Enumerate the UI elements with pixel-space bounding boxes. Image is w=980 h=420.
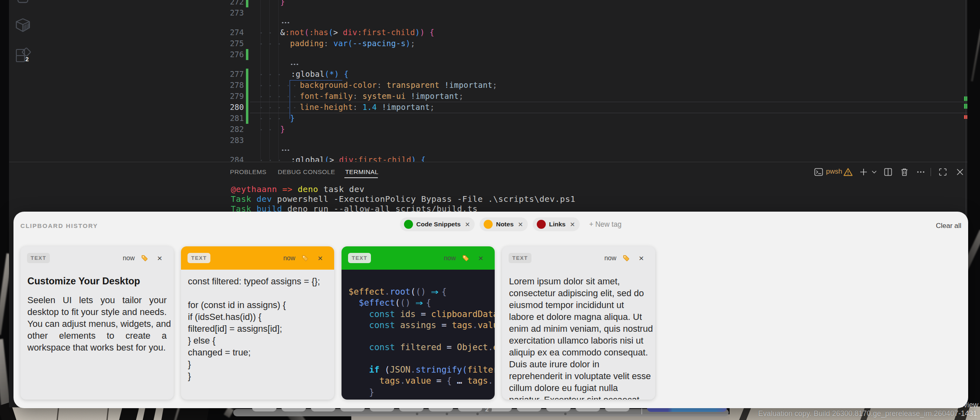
card-text-line: reprehenderit in voluptate velit esse	[509, 370, 648, 382]
tag-filter-chips: Code Snippets×Notes×Links×+ New tag	[400, 217, 621, 231]
tag-icon[interactable]	[623, 255, 630, 262]
card-text-line	[188, 287, 327, 299]
card-close-icon[interactable]: ×	[157, 254, 162, 262]
running-app-dot	[416, 413, 418, 415]
card-close-icon[interactable]: ×	[639, 254, 644, 262]
folded-region-marker[interactable]	[291, 60, 298, 69]
card-header: TEXTnow×	[342, 246, 495, 270]
card-close-icon[interactable]: ×	[318, 254, 323, 262]
card-text-line: Seelen UI lets you tailor your	[27, 294, 167, 306]
tag-chip-notes[interactable]: Notes×	[480, 217, 528, 231]
card-text-line: } else {	[188, 335, 327, 346]
code-line[interactable]: line-height: 1.4 !important;	[300, 102, 435, 113]
line-number: 280	[221, 102, 244, 113]
running-app-dot	[446, 413, 448, 415]
git-gutter-added	[246, 49, 248, 60]
tag-chip-label: Notes	[496, 221, 513, 228]
maximize-icon[interactable]	[938, 167, 948, 177]
card-content: const filtered: typeof assigns = {}; for…	[181, 270, 334, 382]
card-code-line: $effect.root(() ⇒ {	[348, 286, 495, 297]
trash-icon[interactable]	[900, 167, 909, 177]
card-text-line: desktop to fit your style and needs.	[27, 306, 167, 318]
whitespace-dot	[261, 160, 262, 161]
whitespace-dot	[279, 96, 280, 97]
clipboard-card[interactable]: TEXTnow×$effect.root(() ⇒ { $effect(() ⇒…	[342, 246, 495, 400]
tag-icon[interactable]	[462, 255, 469, 262]
card-text-line: eiusmod tempor incididunt ut	[509, 299, 648, 311]
whitespace-dot	[270, 43, 271, 45]
card-text-line: Lorem ipsum dolor sit amet,	[509, 275, 648, 287]
code-line[interactable]: font-family: system-ui !important;	[300, 91, 464, 102]
code-line[interactable]: }	[290, 113, 295, 124]
card-content: Customize Your DesktopSeelen UI lets you…	[20, 270, 174, 353]
remove-tag-icon[interactable]: ×	[517, 220, 523, 228]
code-line[interactable]: background-color: transparent !important…	[300, 80, 497, 91]
terminal-icon	[814, 167, 824, 177]
clipboard-card[interactable]: TEXTnow×Customize Your DesktopSeelen UI …	[20, 246, 174, 400]
code-line[interactable]: &:not(:has(> div:first-child)) {	[280, 27, 434, 38]
whitespace-dot	[270, 85, 271, 86]
panel-tab-problems[interactable]: PROBLEMS	[230, 167, 266, 177]
panel-title: CLIPBOARD HISTORY	[20, 222, 98, 229]
code-line[interactable]: :global(> div:first-child) {	[291, 154, 426, 162]
close-icon[interactable]	[955, 167, 965, 177]
split-icon[interactable]	[883, 167, 893, 177]
whitespace-dot	[294, 85, 295, 86]
card-text-line: exercitation ullamco laboris nisi ut	[509, 335, 648, 346]
taskbar-separator	[641, 409, 642, 414]
tag-icon[interactable]	[301, 255, 309, 262]
whitespace-dot	[270, 160, 271, 161]
card-code-line: const assings = tags.valu	[348, 320, 495, 331]
whitespace-dot	[279, 74, 280, 75]
remove-tag-icon[interactable]: ×	[569, 220, 575, 228]
card-header: TEXTnow×	[20, 246, 174, 270]
card-code-line: $effect(() ⇒ {	[348, 297, 495, 308]
code-line[interactable]: :global(*) {	[291, 69, 349, 80]
card-type-badge: TEXT	[509, 253, 531, 263]
new-tag-button[interactable]: + New tag	[589, 220, 621, 229]
wallpaper-streak	[971, 29, 980, 82]
code-line[interactable]: padding: var(--spacing-s);	[290, 38, 415, 49]
clipboard-card[interactable]: TEXTnow×const filtered: typeof assigns =…	[181, 246, 334, 400]
clear-all-button[interactable]: Clear all	[936, 222, 961, 230]
code-line[interactable]: }	[280, 0, 285, 7]
active-tab-underline	[344, 177, 378, 178]
tag-chip-code-snippets[interactable]: Code Snippets×	[400, 217, 475, 231]
card-type-badge: TEXT	[348, 253, 371, 263]
ellipsis-icon[interactable]	[916, 167, 926, 177]
line-number: 274	[221, 27, 244, 38]
terminal-line: @eythaann => deno task dev	[231, 184, 364, 194]
plus-icon[interactable]	[859, 167, 868, 177]
whitespace-dot	[261, 85, 262, 86]
tag-icon[interactable]	[141, 255, 148, 262]
card-content: $effect.root(() ⇒ { $effect(() ⇒ { const…	[342, 270, 495, 400]
tag-chip-label: Links	[549, 221, 565, 228]
card-close-icon[interactable]: ×	[478, 254, 483, 262]
panel-tab-terminal[interactable]: TERMINAL	[345, 167, 379, 177]
card-header: TEXTnow×	[502, 246, 655, 270]
panel-tab-debug-console[interactable]: DEBUG CONSOLE	[278, 167, 335, 177]
card-timestamp: now	[604, 255, 616, 262]
card-code-line: tags.value = { … tags.	[348, 375, 495, 386]
indent-guide	[269, 0, 270, 159]
card-text-line: consectetur adipiscing elit, sed do	[509, 287, 648, 299]
folded-region-marker[interactable]	[282, 18, 289, 27]
card-text-line: const filtered: typeof assigns = {};	[188, 275, 327, 287]
terminal-title[interactable]: pwsh	[826, 168, 842, 176]
whitespace-dot	[288, 107, 289, 108]
code-line[interactable]: }	[280, 124, 285, 135]
whitespace-dot	[270, 129, 271, 130]
chevron-down-icon[interactable]	[870, 167, 878, 177]
folded-region-marker[interactable]	[282, 146, 289, 154]
tag-chip-links[interactable]: Links×	[533, 217, 580, 231]
code-editor[interactable]: 272}273274&:not(:has(> div:first-child))…	[9, 0, 967, 162]
whitespace-dot	[261, 118, 262, 119]
tag-color-dot	[404, 220, 413, 229]
card-timestamp: now	[123, 255, 134, 262]
card-text-line: cillum dolore eu fugiat nulla	[509, 382, 648, 394]
line-number: 273	[221, 7, 244, 18]
clipboard-history-panel: CLIPBOARD HISTORY Code Snippets×Notes×Li…	[13, 212, 968, 408]
clipboard-card[interactable]: TEXTnow×Lorem ipsum dolor sit amet,conse…	[502, 246, 655, 400]
card-text-line: }	[188, 370, 327, 382]
remove-tag-icon[interactable]: ×	[464, 220, 470, 228]
